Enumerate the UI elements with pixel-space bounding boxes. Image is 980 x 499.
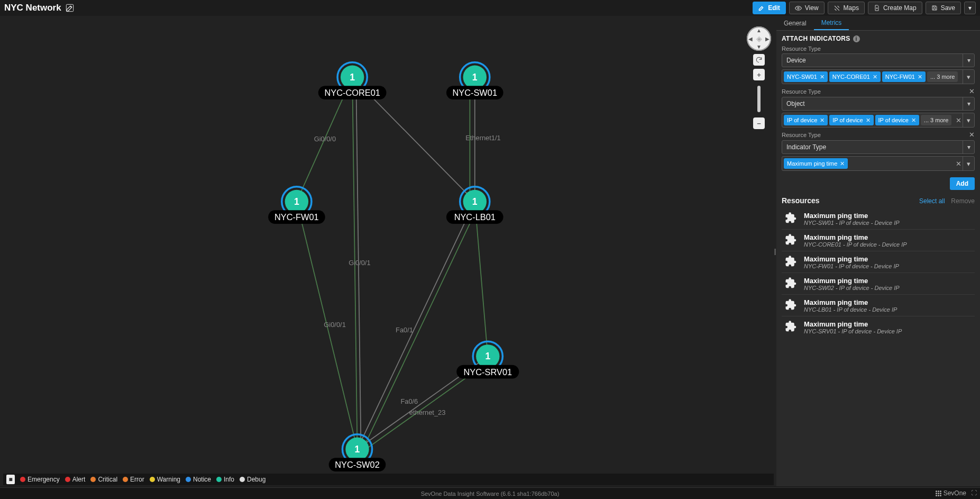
chip[interactable]: IP of device✕ — [829, 115, 873, 125]
resource-subtitle: NYC-SW02 - IP of device - Device IP — [804, 285, 900, 291]
node-NYC-SRV01[interactable]: 1NYC-SRV01 — [456, 341, 519, 378]
chip-remove-icon[interactable]: ✕ — [873, 74, 877, 80]
edge-label: Gi0/0/1 — [324, 321, 345, 329]
chip-label: IP of device — [832, 117, 863, 123]
chip[interactable]: NYC-CORE01✕ — [829, 71, 881, 82]
save-menu-button[interactable]: ▾ — [964, 2, 976, 14]
legend-item: Critical — [90, 476, 117, 483]
node-NYC-SW02[interactable]: 1NYC-SW02 — [329, 434, 386, 471]
resource-item[interactable]: Maximum ping timeNYC-SRV01 - IP of devic… — [782, 316, 975, 338]
svg-text:1: 1 — [472, 72, 478, 83]
svg-text:NYC-SRV01: NYC-SRV01 — [464, 367, 512, 377]
remove-group-2[interactable]: ✕ — [969, 87, 975, 95]
resource-title: Maximum ping time — [804, 320, 902, 328]
pencil-icon — [758, 5, 765, 11]
add-button[interactable]: Add — [950, 177, 975, 190]
chip-remove-icon[interactable]: ✕ — [866, 117, 871, 124]
legend-item: Emergency — [20, 476, 60, 483]
chip-remove-icon[interactable]: ✕ — [911, 117, 916, 124]
resource-item[interactable]: Maximum ping timeNYC-SW02 - IP of device… — [782, 273, 975, 294]
chip-label: NYC-FW01 — [885, 74, 915, 80]
reset-view-button[interactable] — [753, 54, 765, 66]
device-select[interactable]: Device ▾ — [782, 53, 975, 67]
legend-item: Error — [123, 476, 144, 483]
chip[interactable]: IP of device✕ — [784, 115, 828, 125]
resource-subtitle: NYC-SRV01 - IP of device - Device IP — [804, 328, 902, 334]
node-NYC-FW01[interactable]: 1NYC-FW01 — [268, 187, 325, 224]
dot-icon — [123, 477, 128, 482]
collapse-handle[interactable]: || — [773, 241, 776, 262]
resource-item[interactable]: Maximum ping timeNYC-FW01 - IP of device… — [782, 251, 975, 273]
maps-button[interactable]: Maps — [828, 2, 865, 14]
rt-label-2: Resource Type — [782, 88, 821, 95]
chip-remove-icon[interactable]: ✕ — [840, 160, 845, 167]
object-select[interactable]: Object ▾ — [782, 97, 975, 111]
resource-title: Maximum ping time — [804, 277, 900, 285]
chip-more[interactable]: ... 3 more — [927, 71, 958, 82]
chevron-down-icon: ▾ — [963, 70, 974, 84]
add-label: Add — [956, 180, 968, 187]
chip[interactable]: NYC-FW01✕ — [882, 71, 926, 82]
resource-item[interactable]: Maximum ping timeNYC-LB01 - IP of device… — [782, 294, 975, 316]
edit-button[interactable]: Edit — [753, 2, 786, 14]
chip-remove-icon[interactable]: ✕ — [820, 117, 825, 124]
clear-chips-icon[interactable]: ✕ — [956, 116, 961, 124]
resource-subtitle: NYC-SW01 - IP of device - Device IP — [804, 220, 900, 226]
chip-label: NYC-CORE01 — [832, 74, 870, 80]
edge[interactable] — [475, 202, 488, 356]
expand-icon[interactable]: ⛶ — [971, 489, 977, 496]
resource-item[interactable]: Maximum ping timeNYC-CORE01 - IP of devi… — [782, 229, 975, 251]
node-NYC-LB01[interactable]: 1NYC-LB01 — [446, 187, 503, 224]
view-button[interactable]: View — [789, 2, 825, 14]
attach-indicators-title: ATTACH INDICATORS i — [782, 35, 975, 42]
side-panel: || General Metrics ATTACH INDICATORS i R… — [776, 16, 980, 486]
indicator-select[interactable]: Indicator Type ▾ — [782, 140, 975, 154]
chip-label: Maximum ping time — [787, 160, 837, 167]
object-chips[interactable]: IP of device✕IP of device✕IP of device✕.… — [782, 113, 975, 128]
edge-label: Ethernet1/1 — [465, 134, 501, 142]
view-label: View — [805, 4, 819, 12]
pan-dpad[interactable]: ▲ ▼ ◀ ▶ ◈ — [747, 26, 771, 51]
indicator-chips[interactable]: Maximum ping time✕✕ ▾ — [782, 156, 975, 171]
legend-label: Warning — [157, 476, 180, 483]
resource-item[interactable]: Maximum ping timeNYC-SW01 - IP of device… — [782, 208, 975, 229]
chip-remove-icon[interactable]: ✕ — [918, 74, 922, 80]
resource-type-label-3: Resource Type ✕ — [782, 131, 975, 139]
title-text: NYC Network — [4, 3, 61, 13]
tab-metrics[interactable]: Metrics — [814, 16, 849, 30]
edge-label: Fa0/6 — [400, 397, 418, 405]
info-icon[interactable]: i — [853, 35, 860, 42]
version-text: SevOne Data Insight Software (6.6.1 sha1… — [421, 491, 560, 497]
clear-chips-icon[interactable]: ✕ — [956, 160, 961, 168]
chip[interactable]: IP of device✕ — [875, 115, 919, 125]
create-map-button[interactable]: Create Map — [868, 2, 922, 14]
edit-title-icon[interactable] — [66, 4, 74, 12]
chip-remove-icon[interactable]: ✕ — [820, 74, 825, 80]
svg-text:NYC-SW02: NYC-SW02 — [335, 460, 380, 469]
legend-item: Warning — [150, 476, 180, 483]
select-all-link[interactable]: Select all — [919, 197, 945, 205]
dot-icon — [20, 477, 25, 482]
save-button[interactable]: Save — [926, 2, 961, 14]
eye-icon — [795, 5, 802, 12]
chip[interactable]: Maximum ping time✕ — [784, 158, 848, 169]
topology-canvas[interactable]: Gi0/0/0Gi0/0/1Gi0/0/1Ethernet1/1Fa0/1Fa0… — [0, 16, 776, 486]
zoom-slider[interactable] — [757, 86, 761, 112]
remove-group-3[interactable]: ✕ — [969, 131, 975, 139]
puzzle-icon — [784, 320, 799, 334]
svg-point-1 — [798, 7, 799, 8]
remove-link[interactable]: Remove — [951, 197, 975, 205]
chip-more[interactable]: ... 3 more — [921, 115, 951, 125]
bookmark-icon[interactable]: ■ — [6, 475, 15, 484]
device-chips[interactable]: NYC-SW01✕NYC-CORE01✕NYC-FW01✕... 3 more▾ — [782, 69, 975, 84]
chip[interactable]: NYC-SW01✕ — [784, 71, 828, 82]
node-NYC-CORE01[interactable]: 1NYC-CORE01 — [318, 62, 387, 99]
chip-label: NYC-SW01 — [787, 74, 817, 80]
node-NYC-SW01[interactable]: 1NYC-SW01 — [446, 62, 503, 99]
zoom-out-button[interactable]: − — [753, 117, 765, 129]
refresh-icon — [755, 56, 763, 63]
legend-item: Alert — [65, 476, 86, 483]
tab-general[interactable]: General — [776, 16, 814, 30]
zoom-in-button[interactable]: + — [753, 69, 765, 80]
puzzle-icon — [784, 211, 799, 226]
